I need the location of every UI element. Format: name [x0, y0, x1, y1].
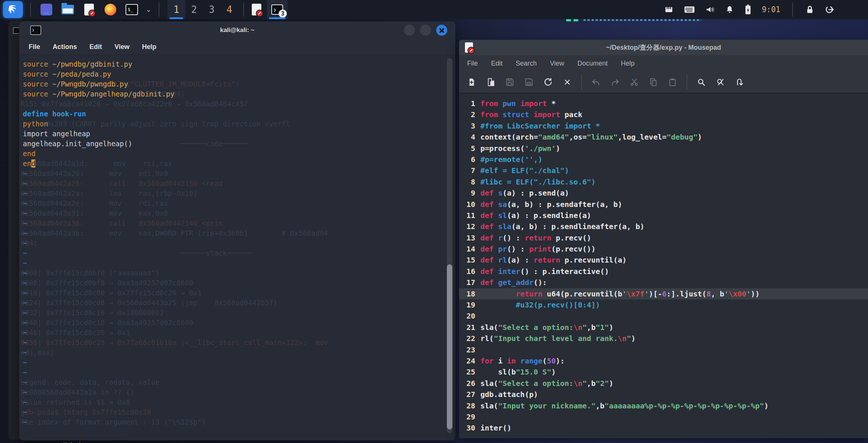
- taskbar-separator: [243, 3, 244, 17]
- firefox-button[interactable]: [102, 1, 119, 18]
- notifications-bell-icon[interactable]: [725, 4, 734, 15]
- undo-button[interactable]: [588, 74, 604, 90]
- code-line: 8#libc = ELF("./libc.so.6"): [459, 176, 868, 187]
- vim-buffer[interactable]: source ~/pwndbg/gdbinit.pysource ~/peda/…: [19, 55, 455, 430]
- line-number: 1: [459, 98, 475, 109]
- line-number: 16: [459, 266, 475, 277]
- terminal-launcher-button[interactable]: $_: [124, 1, 140, 18]
- close-document-button[interactable]: [559, 74, 575, 90]
- line-number: 3: [459, 120, 475, 131]
- line-number: 8: [459, 176, 475, 187]
- terminal-row: 0x560ad0442a25: call 0x560ad0442150 <rea…: [23, 179, 455, 189]
- code-line: 7#elf = ELF("./chal"): [459, 165, 868, 176]
- close-button[interactable]: [436, 25, 447, 36]
- volume-icon[interactable]: [705, 4, 715, 15]
- terminal-row: 560ad0442a1d: mov rsi,raxend: [23, 159, 455, 169]
- file-manager-button[interactable]: [60, 1, 76, 18]
- line-number: 19: [459, 299, 475, 310]
- terminal-row: ~: [23, 368, 455, 377]
- menu-file[interactable]: File: [29, 43, 40, 51]
- menu-view[interactable]: View: [550, 60, 564, 67]
- paste-button[interactable]: [664, 74, 681, 90]
- taskbar-mousepad-window-button[interactable]: [246, 0, 267, 19]
- kali-menu-button[interactable]: [3, 1, 23, 18]
- terminal-row: 0032| 0x7ffe15cd0c10 → 0x100000002~: [23, 308, 455, 318]
- svg-text:a: a: [528, 82, 530, 86]
- ethernet-icon[interactable]: [664, 4, 674, 15]
- menu-file[interactable]: File: [467, 60, 478, 67]
- text-editor-area[interactable]: 1from pwn import *2from struct import pa…: [459, 94, 868, 438]
- code-line: 25 sl(b"15.0 S"): [459, 366, 868, 377]
- terminal-row: edi,eax)~: [23, 348, 455, 358]
- menu-view[interactable]: View: [114, 43, 130, 51]
- terminal-row: 0x560ad0442a31: mov eax,0x0~: [23, 208, 455, 218]
- code-line: 12def sla(a, b) : p.sendlineafter(a, b): [459, 221, 868, 232]
- background-window-fragment: [566, 19, 579, 21]
- menu-help[interactable]: Help: [142, 43, 156, 51]
- text-editor-button[interactable]: [81, 1, 97, 18]
- scrollbar-thumb[interactable]: [447, 264, 452, 429]
- code-line: 15def rl(a) : return p.recvuntil(a): [459, 254, 868, 266]
- mousepad-window-title: ~/Desktop/查分器/exp.py - Mousepad: [459, 43, 868, 52]
- clock[interactable]: 9:01: [762, 5, 780, 14]
- menu-document[interactable]: Document: [578, 60, 608, 67]
- mousepad-titlebar[interactable]: ~/Desktop/查分器/exp.py - Mousepad: [459, 40, 868, 55]
- new-document-button[interactable]: [463, 74, 480, 90]
- copy-button[interactable]: [645, 74, 661, 90]
- line-number: 12: [459, 221, 475, 232]
- terminal-window: ❯ kali@kali: ~ File Actions Edit View He…: [19, 21, 455, 440]
- code-line: 1from pwn import *: [459, 98, 868, 109]
- reload-button[interactable]: [540, 74, 556, 90]
- menu-search[interactable]: Search: [516, 60, 537, 67]
- line-number: 23: [459, 344, 475, 355]
- line-number: 20: [459, 310, 475, 321]
- menu-help[interactable]: Help: [621, 60, 635, 67]
- code-line: 14def pr() : print(p.recv()): [459, 243, 868, 254]
- workspace-3-button[interactable]: 3: [203, 0, 220, 19]
- workspace-1-button[interactable]: 1: [167, 0, 185, 19]
- chevron-down-icon[interactable]: ⌄: [146, 6, 151, 14]
- terminal-titlebar[interactable]: ❯ kali@kali: ~: [19, 21, 455, 39]
- code-line: 20: [459, 310, 868, 321]
- save-as-button[interactable]: a: [521, 74, 537, 90]
- menu-actions[interactable]: Actions: [53, 43, 77, 51]
- battery-icon[interactable]: [744, 4, 752, 15]
- app-grid-button[interactable]: ...: [38, 1, 54, 18]
- code-line: 26sla("Select a option:\n",b"2"): [459, 378, 868, 389]
- save-button[interactable]: [502, 74, 518, 90]
- taskbar-terminal-window-button[interactable]: ❯ 3: [267, 0, 287, 19]
- terminal-scrollbar[interactable]: [447, 58, 452, 433]
- desktop: ... $_ ⌄ 1 2 3 4 ❯ 3 9:01: [0, 0, 868, 443]
- cut-button[interactable]: [626, 74, 642, 90]
- terminal-row: Legend: code, data, rodata, value~: [23, 377, 455, 387]
- minimize-button[interactable]: [404, 25, 415, 36]
- line-number: 4: [459, 131, 475, 143]
- menu-edit[interactable]: Edit: [89, 43, 102, 51]
- line-number: 28: [459, 400, 475, 411]
- workspace-4-button[interactable]: 4: [220, 0, 238, 19]
- terminal-row: The index of format argument : 13 ("\%12…: [23, 417, 455, 427]
- line-number: 22: [459, 333, 475, 344]
- terminal-row: 0040| 0x7ffe15cd0c18 → 0xa3a49257d07c860…: [23, 318, 455, 328]
- terminal-row: 0x560ad0442a36: call 0x560ad0442140 <pri…: [23, 218, 455, 228]
- find-button[interactable]: [693, 74, 709, 90]
- go-to-button[interactable]: [731, 74, 748, 90]
- redo-button[interactable]: [607, 74, 623, 90]
- code-line: 30inter(): [459, 422, 868, 433]
- terminal-row: ~: [23, 258, 455, 268]
- workspace-2-button[interactable]: 2: [185, 0, 203, 19]
- menu-edit[interactable]: Edit: [491, 60, 502, 67]
- open-document-button[interactable]: [483, 74, 499, 90]
- code-line: 17def get_addr():: [459, 277, 868, 288]
- logout-icon[interactable]: [825, 4, 835, 15]
- line-number: 13: [459, 232, 475, 243]
- code-line: 11def sl(a) : p.sendline(a): [459, 210, 868, 221]
- line-number: 29: [459, 411, 475, 422]
- lock-icon[interactable]: [805, 4, 815, 15]
- code-line: 28sla("Input your nickname.",b"aaaaaaaa%…: [459, 400, 868, 411]
- maximize-button[interactable]: [420, 25, 431, 36]
- line-number: 14: [459, 243, 475, 254]
- terminal-row: 0000| 0x7ffe15cd0bf0 ("aaaaaaaa")~: [23, 268, 455, 278]
- keyboard-layout-icon[interactable]: [684, 4, 695, 15]
- find-replace-button[interactable]: [712, 74, 728, 90]
